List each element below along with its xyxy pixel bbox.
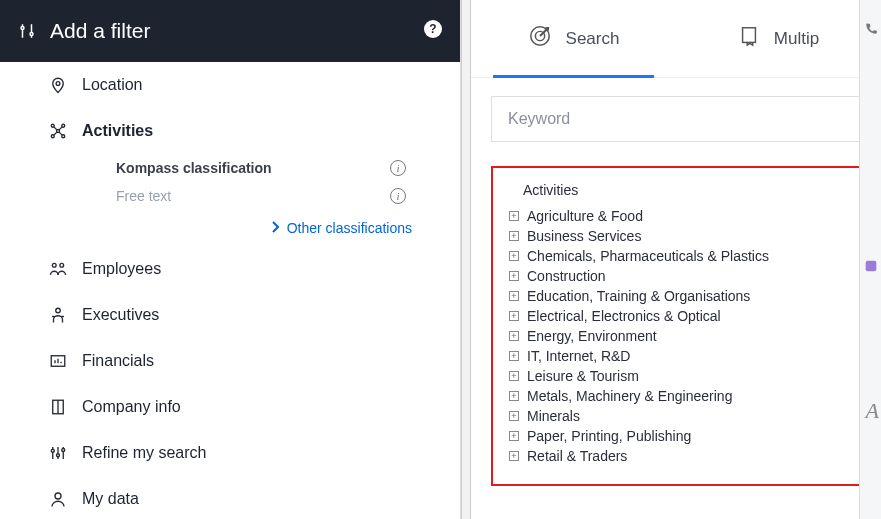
svg-rect-35	[866, 261, 877, 272]
filter-label: Financials	[82, 352, 154, 370]
filter-activities[interactable]: Activities	[0, 108, 460, 154]
tree-item[interactable]: +Retail & Traders	[509, 446, 843, 466]
sidebar-title: Add a filter	[50, 19, 150, 43]
svg-line-13	[59, 132, 62, 135]
mydata-icon	[48, 489, 68, 509]
filter-label: Executives	[82, 306, 159, 324]
help-icon[interactable]: ?	[424, 20, 442, 38]
expand-icon[interactable]: +	[509, 391, 519, 401]
expand-icon[interactable]: +	[509, 371, 519, 381]
filter-refine[interactable]: Refine my search	[0, 430, 460, 476]
expand-icon[interactable]: +	[509, 451, 519, 461]
other-classif-label: Other classifications	[287, 220, 412, 236]
expand-icon[interactable]: +	[509, 251, 519, 261]
filter-label: My data	[82, 490, 139, 508]
tab-label: Search	[566, 29, 620, 49]
expand-icon[interactable]: +	[509, 331, 519, 341]
tree-item[interactable]: +Minerals	[509, 406, 843, 426]
tree-item[interactable]: +Education, Training & Organisations	[509, 286, 843, 306]
expand-icon[interactable]: +	[509, 431, 519, 441]
expand-icon[interactable]: +	[509, 291, 519, 301]
refine-icon	[48, 444, 68, 462]
tree-item-label: Minerals	[527, 408, 580, 424]
expand-icon[interactable]: +	[509, 231, 519, 241]
filter-mydata[interactable]: My data	[0, 476, 460, 519]
tab-search[interactable]: Search	[471, 0, 676, 77]
tree-item-label: Retail & Traders	[527, 448, 627, 464]
svg-point-28	[57, 454, 60, 457]
chevron-right-icon	[271, 220, 279, 236]
filter-label: Company info	[82, 398, 181, 416]
filter-executives[interactable]: Executives	[0, 292, 460, 338]
phone-icon[interactable]	[860, 0, 881, 41]
svg-point-3	[30, 33, 33, 36]
multi-icon	[738, 24, 760, 53]
filter-location[interactable]: Location	[0, 62, 460, 108]
keyword-input[interactable]	[491, 96, 861, 142]
edge-letter-a[interactable]: A	[866, 398, 879, 424]
sub-freetext[interactable]: Free text i	[0, 182, 460, 210]
expand-icon[interactable]: +	[509, 311, 519, 321]
other-classifications-link[interactable]: Other classifications	[0, 210, 460, 246]
tree-item-label: IT, Internet, R&D	[527, 348, 630, 364]
tree-item[interactable]: +Paper, Printing, Publishing	[509, 426, 843, 446]
vertical-divider[interactable]	[461, 0, 471, 519]
tree-item-label: Paper, Printing, Publishing	[527, 428, 691, 444]
tree-item[interactable]: +Energy, Environment	[509, 326, 843, 346]
expand-icon[interactable]: +	[509, 271, 519, 281]
filter-label: Location	[82, 76, 143, 94]
svg-rect-34	[742, 28, 755, 43]
svg-point-15	[60, 263, 64, 267]
expand-icon[interactable]: +	[509, 411, 519, 421]
tree-item-label: Energy, Environment	[527, 328, 657, 344]
main-panel: Search Multip Activities +Agriculture & …	[471, 0, 881, 519]
svg-point-31	[55, 493, 61, 499]
svg-point-6	[62, 124, 65, 127]
sub-item-label: Kompass classification	[116, 160, 272, 176]
tree-item[interactable]: +Metals, Machinery & Engineering	[509, 386, 843, 406]
svg-point-9	[57, 130, 60, 133]
info-icon[interactable]: i	[390, 188, 406, 204]
svg-point-7	[51, 135, 54, 138]
tree-item[interactable]: +Construction	[509, 266, 843, 286]
expand-icon[interactable]: +	[509, 211, 519, 221]
executives-icon	[48, 305, 68, 325]
filter-list: Location Activities Kompass classificati…	[0, 62, 460, 519]
sub-kompass[interactable]: Kompass classification i	[0, 154, 460, 182]
tree-item[interactable]: +IT, Internet, R&D	[509, 346, 843, 366]
location-icon	[48, 75, 68, 95]
sliders-icon	[18, 22, 36, 40]
edge-badge[interactable]	[863, 255, 879, 281]
activities-tree-box: Activities +Agriculture & Food+Business …	[491, 166, 861, 486]
svg-point-8	[62, 135, 65, 138]
tree-item-label: Leisure & Tourism	[527, 368, 639, 384]
svg-line-10	[54, 127, 57, 130]
tree-item[interactable]: +Business Services	[509, 226, 843, 246]
filter-label: Activities	[82, 122, 153, 140]
tree-item-label: Business Services	[527, 228, 641, 244]
info-icon[interactable]: i	[390, 160, 406, 176]
tree-item-label: Construction	[527, 268, 606, 284]
tree-item[interactable]: +Leisure & Tourism	[509, 366, 843, 386]
filter-employees[interactable]: Employees	[0, 246, 460, 292]
search-row	[471, 78, 881, 142]
employees-icon	[48, 260, 68, 278]
expand-icon[interactable]: +	[509, 351, 519, 361]
tree-item[interactable]: +Chemicals, Pharmaceuticals & Plastics	[509, 246, 843, 266]
tree-item[interactable]: +Agriculture & Food	[509, 206, 843, 226]
sub-item-label: Free text	[116, 188, 171, 204]
tree-item-label: Chemicals, Pharmaceuticals & Plastics	[527, 248, 769, 264]
tree-item-label: Agriculture & Food	[527, 208, 643, 224]
tab-label: Multip	[774, 29, 819, 49]
filter-company-info[interactable]: Company info	[0, 384, 460, 430]
tree-item[interactable]: +Electrical, Electronics & Optical	[509, 306, 843, 326]
tree-item-label: Education, Training & Organisations	[527, 288, 750, 304]
search-target-icon	[528, 24, 552, 53]
svg-point-16	[56, 308, 61, 313]
svg-line-12	[54, 132, 57, 135]
tree-title: Activities	[523, 182, 843, 198]
activities-tree: +Agriculture & Food+Business Services+Ch…	[509, 206, 843, 466]
tab-multi[interactable]: Multip	[676, 0, 881, 77]
filter-financials[interactable]: Financials	[0, 338, 460, 384]
filter-label: Refine my search	[82, 444, 207, 462]
